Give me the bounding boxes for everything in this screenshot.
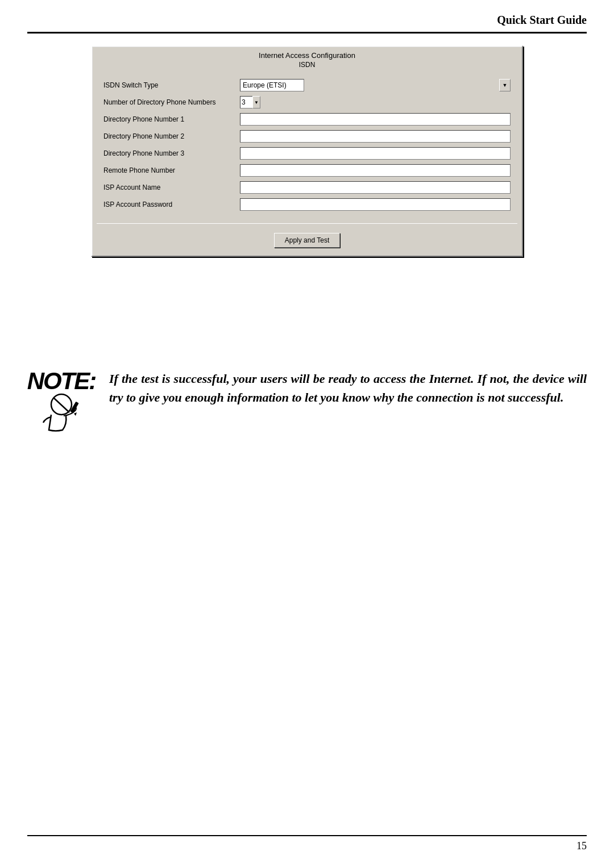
num-directory-phones-row: Number of Directory Phone Numbers 1 2 3 …	[103, 96, 511, 108]
isp-account-name-row: ISP Account Name	[103, 181, 511, 194]
dialog-footer: Apply and Test	[97, 227, 517, 251]
dir-phone-3-input[interactable]	[240, 147, 511, 160]
header-divider	[27, 32, 587, 34]
note-icon-container: NOTE:	[27, 369, 96, 433]
isp-account-name-input[interactable]	[240, 181, 511, 194]
isdn-switch-type-container: Europe (ETSI) NI-1 NI-2 AT&T 5ESS Nortel…	[240, 79, 511, 91]
dialog-body: ISDN Switch Type Europe (ETSI) NI-1 NI-2…	[97, 74, 517, 220]
isp-account-password-input[interactable]	[240, 198, 511, 211]
note-body-text: If the test is successful, your users wi…	[109, 369, 587, 407]
isdn-switch-type-row: ISDN Switch Type Europe (ETSI) NI-1 NI-2…	[103, 79, 511, 91]
dir-phone-1-label: Directory Phone Number 1	[103, 115, 240, 123]
isdn-switch-type-label: ISDN Switch Type	[103, 81, 240, 89]
svg-marker-3	[74, 412, 77, 416]
dialog-title: Internet Access Configuration	[97, 51, 517, 60]
note-logo: NOTE:	[27, 369, 96, 393]
dir-phone-2-input[interactable]	[240, 130, 511, 143]
num-directory-phones-select[interactable]: 1 2 3 4	[240, 96, 260, 108]
num-directory-phones-container: 1 2 3 4 ▼	[240, 96, 260, 108]
remote-phone-row: Remote Phone Number	[103, 164, 511, 177]
note-section: NOTE: If the test is successful, your us…	[27, 369, 587, 433]
note-hand-icon	[39, 393, 84, 433]
num-directory-phones-label: Number of Directory Phone Numbers	[103, 98, 240, 106]
isp-account-password-label: ISP Account Password	[103, 201, 240, 208]
remote-phone-label: Remote Phone Number	[103, 166, 240, 174]
configuration-dialog: Internet Access Configuration ISDN ISDN …	[91, 45, 523, 257]
isp-account-password-row: ISP Account Password	[103, 198, 511, 211]
footer-divider	[27, 835, 587, 836]
apply-and-test-button[interactable]: Apply and Test	[274, 233, 341, 248]
dir-phone-1-input[interactable]	[240, 113, 511, 126]
page-header-title: Quick Start Guide	[497, 14, 587, 27]
page-number: 15	[576, 840, 587, 852]
svg-line-1	[53, 398, 69, 412]
dir-phone-1-row: Directory Phone Number 1	[103, 113, 511, 126]
isdn-switch-type-arrow-icon: ▼	[499, 79, 511, 91]
isdn-switch-type-select[interactable]: Europe (ETSI) NI-1 NI-2 AT&T 5ESS Nortel…	[240, 79, 304, 91]
dir-phone-2-row: Directory Phone Number 2	[103, 130, 511, 143]
remote-phone-input[interactable]	[240, 164, 511, 177]
dir-phone-3-label: Directory Phone Number 3	[103, 149, 240, 157]
isp-account-name-label: ISP Account Name	[103, 183, 240, 191]
dir-phone-3-row: Directory Phone Number 3	[103, 147, 511, 160]
dialog-separator	[97, 223, 517, 224]
dir-phone-2-label: Directory Phone Number 2	[103, 132, 240, 140]
dialog-subtitle: ISDN	[97, 61, 517, 69]
